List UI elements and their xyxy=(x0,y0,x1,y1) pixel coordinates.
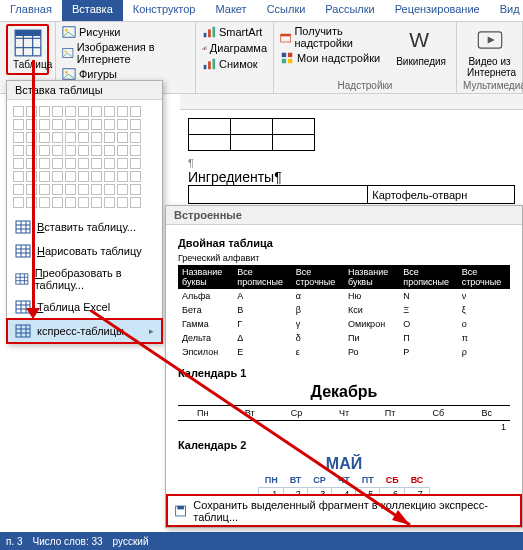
grid-cell[interactable] xyxy=(91,158,102,169)
calendar1-label[interactable]: Календарь 1 xyxy=(178,367,510,379)
grid-cell[interactable] xyxy=(26,145,37,156)
grid-cell[interactable] xyxy=(130,132,141,143)
grid-cell[interactable] xyxy=(39,158,50,169)
tab-главная[interactable]: Главная xyxy=(0,0,62,21)
grid-cell[interactable] xyxy=(78,145,89,156)
grid-cell[interactable] xyxy=(104,184,115,195)
smart-Диаграмма[interactable]: Диаграмма xyxy=(202,40,267,56)
grid-cell[interactable] xyxy=(117,106,128,117)
dd-item-0[interactable]: Вставить таблицу... xyxy=(7,215,162,239)
grid-cell[interactable] xyxy=(26,171,37,182)
grid-cell[interactable] xyxy=(117,184,128,195)
dd-item-4[interactable]: кспресс-таблицы▸ xyxy=(7,319,162,343)
grid-cell[interactable] xyxy=(13,171,24,182)
grid-cell[interactable] xyxy=(117,145,128,156)
illus-Изображения в Интернете[interactable]: Изображения в Интернете xyxy=(62,40,189,66)
grid-cell[interactable] xyxy=(26,197,37,208)
grid-cell[interactable] xyxy=(78,171,89,182)
grid-cell[interactable] xyxy=(78,106,89,117)
grid-cell[interactable] xyxy=(65,197,76,208)
grid-cell[interactable] xyxy=(91,145,102,156)
grid-cell[interactable] xyxy=(130,197,141,208)
grid-cell[interactable] xyxy=(104,158,115,169)
grid-cell[interactable] xyxy=(65,145,76,156)
grid-cell[interactable] xyxy=(65,106,76,117)
grid-cell[interactable] xyxy=(78,158,89,169)
grid-cell[interactable] xyxy=(78,119,89,130)
grid-cell[interactable] xyxy=(104,171,115,182)
grid-cell[interactable] xyxy=(39,106,50,117)
tab-вид[interactable]: Вид xyxy=(490,0,523,21)
grid-cell[interactable] xyxy=(130,158,141,169)
tab-рассылки[interactable]: Рассылки xyxy=(315,0,384,21)
grid-cell[interactable] xyxy=(130,171,141,182)
dd-item-2[interactable]: Преобразовать в таблицу... xyxy=(7,263,162,295)
grid-cell[interactable] xyxy=(117,132,128,143)
status-words[interactable]: Число слов: 33 xyxy=(33,536,103,547)
grid-cell[interactable] xyxy=(117,119,128,130)
grid-cell[interactable] xyxy=(52,197,63,208)
grid-cell[interactable] xyxy=(104,197,115,208)
illus-Рисунки[interactable]: Рисунки xyxy=(62,24,189,40)
grid-cell[interactable] xyxy=(65,184,76,195)
grid-cell[interactable] xyxy=(52,171,63,182)
get-addons[interactable]: Получить надстройки xyxy=(280,24,384,50)
grid-cell[interactable] xyxy=(52,119,63,130)
ingredients-heading[interactable]: Ингредиенты¶ xyxy=(188,169,515,185)
status-page[interactable]: п. 3 xyxy=(6,536,23,547)
wikipedia-button[interactable]: W Википедия xyxy=(392,24,450,69)
grid-cell[interactable] xyxy=(117,158,128,169)
grid-cell[interactable] xyxy=(130,119,141,130)
grid-cell[interactable] xyxy=(52,106,63,117)
status-lang[interactable]: русский xyxy=(113,536,149,547)
grid-cell[interactable] xyxy=(78,184,89,195)
grid-cell[interactable] xyxy=(130,106,141,117)
grid-cell[interactable] xyxy=(39,145,50,156)
grid-cell[interactable] xyxy=(117,171,128,182)
grid-cell[interactable] xyxy=(130,184,141,195)
doc-table[interactable] xyxy=(188,118,315,151)
grid-cell[interactable] xyxy=(130,145,141,156)
video-button[interactable]: Видео из Интернета xyxy=(463,24,516,80)
dd-item-1[interactable]: Нарисовать таблицу xyxy=(7,239,162,263)
grid-cell[interactable] xyxy=(13,132,24,143)
grid-cell[interactable] xyxy=(91,119,102,130)
grid-cell[interactable] xyxy=(39,184,50,195)
grid-cell[interactable] xyxy=(13,106,24,117)
tab-вставка[interactable]: Вставка xyxy=(62,0,123,21)
grid-cell[interactable] xyxy=(26,106,37,117)
grid-cell[interactable] xyxy=(26,119,37,130)
grid-cell[interactable] xyxy=(39,119,50,130)
grid-cell[interactable] xyxy=(65,171,76,182)
grid-cell[interactable] xyxy=(26,184,37,195)
tab-ссылки[interactable]: Ссылки xyxy=(257,0,316,21)
grid-cell[interactable] xyxy=(91,197,102,208)
ingredients-table[interactable]: Картофель-отварн xyxy=(188,185,515,204)
grid-cell[interactable] xyxy=(52,184,63,195)
grid-cell[interactable] xyxy=(91,184,102,195)
double-table-label[interactable]: Двойная таблица xyxy=(178,237,510,249)
grid-cell[interactable] xyxy=(13,145,24,156)
ruler[interactable] xyxy=(180,94,523,110)
grid-cell[interactable] xyxy=(13,184,24,195)
grid-cell[interactable] xyxy=(52,145,63,156)
grid-cell[interactable] xyxy=(52,158,63,169)
tab-конструктор[interactable]: Конструктор xyxy=(123,0,206,21)
grid-cell[interactable] xyxy=(39,132,50,143)
grid-cell[interactable] xyxy=(65,158,76,169)
tab-макет[interactable]: Макет xyxy=(205,0,256,21)
grid-cell[interactable] xyxy=(104,119,115,130)
grid-cell[interactable] xyxy=(26,158,37,169)
grid-cell[interactable] xyxy=(117,197,128,208)
grid-cell[interactable] xyxy=(65,132,76,143)
grid-cell[interactable] xyxy=(13,119,24,130)
calendar1[interactable]: ПнВтСрЧтПтСбВс1 xyxy=(178,405,510,433)
grid-cell[interactable] xyxy=(13,158,24,169)
grid-cell[interactable] xyxy=(91,171,102,182)
grid-cell[interactable] xyxy=(78,132,89,143)
table-button[interactable]: Таблица xyxy=(9,27,46,72)
calendar2-label[interactable]: Календарь 2 xyxy=(178,439,510,451)
grid-cell[interactable] xyxy=(78,197,89,208)
grid-cell[interactable] xyxy=(104,145,115,156)
greek-table[interactable]: Название буквыВсе прописныеВсе строчныеН… xyxy=(178,265,510,359)
